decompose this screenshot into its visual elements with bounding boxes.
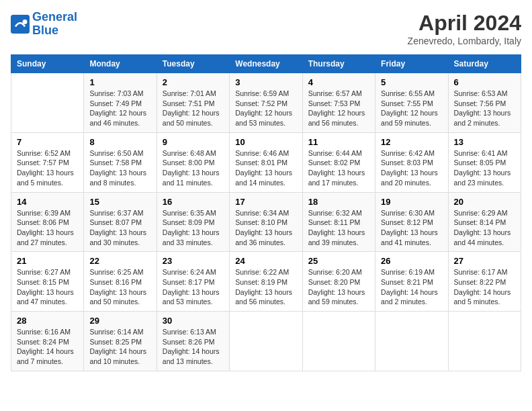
day-number: 2 [163,77,224,87]
calendar-cell: 12Sunrise: 6:42 AM Sunset: 8:03 PM Dayli… [375,132,448,192]
day-info: Sunrise: 6:52 AM Sunset: 7:57 PM Dayligh… [17,148,78,188]
calendar-week-row: 21Sunrise: 6:27 AM Sunset: 8:15 PM Dayli… [11,252,521,312]
day-info: Sunrise: 6:16 AM Sunset: 8:24 PM Dayligh… [17,327,78,367]
calendar-cell: 4Sunrise: 6:57 AM Sunset: 7:53 PM Daylig… [302,73,375,133]
logo-line2: Blue [32,24,77,38]
day-info: Sunrise: 6:27 AM Sunset: 8:15 PM Dayligh… [17,267,78,307]
day-info: Sunrise: 6:39 AM Sunset: 8:06 PM Dayligh… [17,208,78,248]
day-number: 13 [454,137,515,147]
day-number: 23 [163,256,224,266]
day-info: Sunrise: 6:13 AM Sunset: 8:26 PM Dayligh… [163,327,224,367]
day-number: 17 [235,197,296,207]
day-info: Sunrise: 6:29 AM Sunset: 8:14 PM Dayligh… [454,208,515,248]
calendar-cell: 6Sunrise: 6:53 AM Sunset: 7:56 PM Daylig… [448,73,521,133]
calendar-cell: 25Sunrise: 6:20 AM Sunset: 8:20 PM Dayli… [302,252,375,312]
day-number: 22 [89,256,150,266]
day-info: Sunrise: 6:22 AM Sunset: 8:19 PM Dayligh… [235,267,296,307]
calendar-cell: 29Sunrise: 6:14 AM Sunset: 8:25 PM Dayli… [84,312,157,371]
svg-point-1 [23,19,28,24]
calendar-cell: 30Sunrise: 6:13 AM Sunset: 8:26 PM Dayli… [157,312,229,371]
calendar-cell: 26Sunrise: 6:19 AM Sunset: 8:21 PM Dayli… [375,252,448,312]
calendar-cell: 5Sunrise: 6:55 AM Sunset: 7:55 PM Daylig… [375,73,448,133]
calendar-cell: 24Sunrise: 6:22 AM Sunset: 8:19 PM Dayli… [230,252,302,312]
calendar-cell: 28Sunrise: 6:16 AM Sunset: 8:24 PM Dayli… [11,312,84,371]
day-number: 26 [381,256,442,266]
day-info: Sunrise: 6:46 AM Sunset: 8:01 PM Dayligh… [235,148,296,188]
calendar-cell: 21Sunrise: 6:27 AM Sunset: 8:15 PM Dayli… [11,252,84,312]
calendar-week-row: 28Sunrise: 6:16 AM Sunset: 8:24 PM Dayli… [11,312,521,371]
day-info: Sunrise: 6:24 AM Sunset: 8:17 PM Dayligh… [163,267,224,307]
calendar-cell: 17Sunrise: 6:34 AM Sunset: 8:10 PM Dayli… [230,192,302,252]
calendar-cell: 27Sunrise: 6:17 AM Sunset: 8:22 PM Dayli… [448,252,521,312]
day-info: Sunrise: 6:25 AM Sunset: 8:16 PM Dayligh… [89,267,150,307]
day-info: Sunrise: 6:44 AM Sunset: 8:02 PM Dayligh… [308,148,369,188]
calendar-cell: 2Sunrise: 7:01 AM Sunset: 7:51 PM Daylig… [157,73,229,133]
weekday-header: Tuesday [157,55,229,73]
calendar-cell: 11Sunrise: 6:44 AM Sunset: 8:02 PM Dayli… [302,132,375,192]
day-number: 25 [308,256,369,266]
calendar-cell: 7Sunrise: 6:52 AM Sunset: 7:57 PM Daylig… [11,132,84,192]
calendar-week-row: 1Sunrise: 7:03 AM Sunset: 7:49 PM Daylig… [11,73,521,133]
day-info: Sunrise: 6:17 AM Sunset: 8:22 PM Dayligh… [454,267,515,307]
calendar-cell: 16Sunrise: 6:35 AM Sunset: 8:09 PM Dayli… [157,192,229,252]
day-info: Sunrise: 6:34 AM Sunset: 8:10 PM Dayligh… [235,208,296,248]
day-info: Sunrise: 6:57 AM Sunset: 7:53 PM Dayligh… [308,89,369,128]
title-block: April 2024 Zenevredo, Lombardy, Italy [408,11,521,46]
day-number: 15 [89,197,150,207]
day-number: 6 [454,77,515,87]
calendar-cell: 10Sunrise: 6:46 AM Sunset: 8:01 PM Dayli… [230,132,302,192]
day-info: Sunrise: 6:14 AM Sunset: 8:25 PM Dayligh… [89,327,150,367]
calendar-week-row: 14Sunrise: 6:39 AM Sunset: 8:06 PM Dayli… [11,192,521,252]
calendar-cell [230,312,302,371]
day-number: 8 [89,137,150,147]
day-number: 11 [308,137,369,147]
day-number: 5 [381,77,442,87]
location-subtitle: Zenevredo, Lombardy, Italy [408,36,521,46]
weekday-header: Monday [84,55,157,73]
calendar-week-row: 7Sunrise: 6:52 AM Sunset: 7:57 PM Daylig… [11,132,521,192]
calendar-cell: 15Sunrise: 6:37 AM Sunset: 8:07 PM Dayli… [84,192,157,252]
day-info: Sunrise: 6:35 AM Sunset: 8:09 PM Dayligh… [163,208,224,248]
day-info: Sunrise: 7:01 AM Sunset: 7:51 PM Dayligh… [163,89,224,128]
logo: General Blue [11,11,77,38]
calendar-cell: 18Sunrise: 6:32 AM Sunset: 8:11 PM Dayli… [302,192,375,252]
day-info: Sunrise: 6:20 AM Sunset: 8:20 PM Dayligh… [308,267,369,307]
day-info: Sunrise: 6:53 AM Sunset: 7:56 PM Dayligh… [454,89,515,128]
calendar-cell: 8Sunrise: 6:50 AM Sunset: 7:58 PM Daylig… [84,132,157,192]
calendar-cell [375,312,448,371]
calendar-cell [11,73,84,133]
weekday-header: Friday [375,55,448,73]
day-number: 30 [163,316,224,326]
calendar-cell: 13Sunrise: 6:41 AM Sunset: 8:05 PM Dayli… [448,132,521,192]
calendar-cell: 1Sunrise: 7:03 AM Sunset: 7:49 PM Daylig… [84,73,157,133]
day-number: 10 [235,137,296,147]
day-number: 27 [454,256,515,266]
day-info: Sunrise: 6:37 AM Sunset: 8:07 PM Dayligh… [89,208,150,248]
day-number: 1 [89,77,150,87]
day-number: 28 [17,316,78,326]
calendar-cell: 19Sunrise: 6:30 AM Sunset: 8:12 PM Dayli… [375,192,448,252]
day-number: 16 [163,197,224,207]
calendar-cell: 22Sunrise: 6:25 AM Sunset: 8:16 PM Dayli… [84,252,157,312]
day-number: 19 [381,197,442,207]
day-info: Sunrise: 6:32 AM Sunset: 8:11 PM Dayligh… [308,208,369,248]
calendar-cell: 3Sunrise: 6:59 AM Sunset: 7:52 PM Daylig… [230,73,302,133]
day-number: 4 [308,77,369,87]
calendar-cell: 14Sunrise: 6:39 AM Sunset: 8:06 PM Dayli… [11,192,84,252]
day-number: 29 [89,316,150,326]
calendar-cell: 20Sunrise: 6:29 AM Sunset: 8:14 PM Dayli… [448,192,521,252]
weekday-header: Saturday [448,55,521,73]
calendar-cell: 23Sunrise: 6:24 AM Sunset: 8:17 PM Dayli… [157,252,229,312]
calendar-cell: 9Sunrise: 6:48 AM Sunset: 8:00 PM Daylig… [157,132,229,192]
day-info: Sunrise: 6:48 AM Sunset: 8:00 PM Dayligh… [163,148,224,188]
calendar-cell [302,312,375,371]
day-info: Sunrise: 6:42 AM Sunset: 8:03 PM Dayligh… [381,148,442,188]
weekday-header: Wednesday [230,55,302,73]
day-number: 18 [308,197,369,207]
day-number: 12 [381,137,442,147]
calendar-table: SundayMondayTuesdayWednesdayThursdayFrid… [11,54,521,371]
calendar-header-row: SundayMondayTuesdayWednesdayThursdayFrid… [11,55,521,73]
month-title: April 2024 [408,11,521,36]
day-number: 9 [163,137,224,147]
day-number: 3 [235,77,296,87]
